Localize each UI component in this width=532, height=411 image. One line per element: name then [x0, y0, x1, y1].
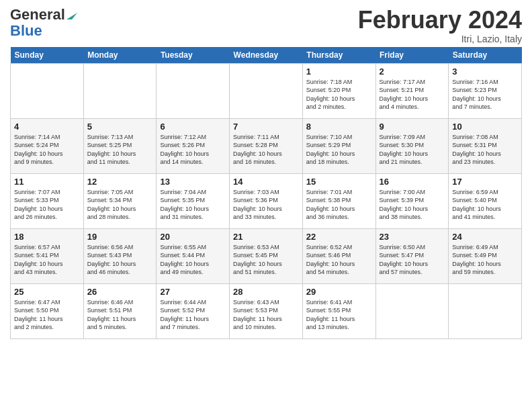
day-info: Sunrise: 7:05 AM Sunset: 5:34 PM Dayligh…	[87, 188, 153, 222]
day-info: Sunrise: 6:50 AM Sunset: 5:47 PM Dayligh…	[380, 243, 445, 277]
day-info: Sunrise: 6:56 AM Sunset: 5:43 PM Dayligh…	[87, 243, 153, 277]
day-number: 19	[87, 232, 153, 242]
day-info: Sunrise: 7:17 AM Sunset: 5:21 PM Dayligh…	[380, 78, 445, 111]
day-info: Sunrise: 6:53 AM Sunset: 5:45 PM Dayligh…	[233, 243, 299, 277]
day-info: Sunrise: 6:41 AM Sunset: 5:55 PM Dayligh…	[306, 298, 372, 332]
day-number: 9	[380, 122, 445, 132]
table-row: 15Sunrise: 7:01 AM Sunset: 5:38 PM Dayli…	[302, 173, 375, 228]
logo-bird-icon	[66, 7, 77, 19]
day-info: Sunrise: 7:11 AM Sunset: 5:28 PM Dayligh…	[233, 133, 299, 167]
table-row: 7Sunrise: 7:11 AM Sunset: 5:28 PM Daylig…	[230, 118, 303, 173]
day-number: 13	[160, 177, 226, 187]
table-row: 22Sunrise: 6:52 AM Sunset: 5:46 PM Dayli…	[302, 228, 375, 283]
day-info: Sunrise: 7:00 AM Sunset: 5:39 PM Dayligh…	[380, 188, 445, 222]
table-row: 1Sunrise: 7:18 AM Sunset: 5:20 PM Daylig…	[302, 63, 375, 118]
col-friday: Friday	[375, 47, 449, 64]
day-number: 23	[380, 232, 445, 242]
col-tuesday: Tuesday	[157, 47, 230, 64]
col-sunday: Sunday	[11, 47, 84, 64]
table-row: 8Sunrise: 7:10 AM Sunset: 5:29 PM Daylig…	[302, 118, 375, 173]
day-number: 18	[14, 232, 80, 242]
calendar-week-row: 1Sunrise: 7:18 AM Sunset: 5:20 PM Daylig…	[11, 63, 522, 118]
title-block: February 2024 Itri, Lazio, Italy	[358, 7, 522, 44]
table-row: 26Sunrise: 6:46 AM Sunset: 5:51 PM Dayli…	[83, 283, 157, 338]
day-info: Sunrise: 6:47 AM Sunset: 5:50 PM Dayligh…	[14, 298, 80, 332]
calendar-week-row: 11Sunrise: 7:07 AM Sunset: 5:33 PM Dayli…	[11, 173, 522, 228]
table-row: 20Sunrise: 6:55 AM Sunset: 5:44 PM Dayli…	[157, 228, 230, 283]
table-row: 17Sunrise: 6:59 AM Sunset: 5:40 PM Dayli…	[449, 173, 522, 228]
day-number: 26	[87, 287, 153, 297]
svg-marker-0	[66, 13, 77, 19]
day-number: 1	[306, 66, 372, 77]
col-saturday: Saturday	[449, 47, 522, 64]
day-number: 20	[160, 232, 226, 242]
day-number: 22	[306, 232, 372, 242]
table-row: 6Sunrise: 7:12 AM Sunset: 5:26 PM Daylig…	[157, 118, 230, 173]
col-thursday: Thursday	[302, 47, 375, 64]
col-wednesday: Wednesday	[230, 47, 303, 64]
table-row: 23Sunrise: 6:50 AM Sunset: 5:47 PM Dayli…	[375, 228, 449, 283]
table-row: 24Sunrise: 6:49 AM Sunset: 5:49 PM Dayli…	[449, 228, 522, 283]
col-monday: Monday	[83, 47, 157, 64]
day-number: 8	[306, 122, 372, 132]
day-info: Sunrise: 7:10 AM Sunset: 5:29 PM Dayligh…	[306, 133, 372, 167]
day-number: 27	[160, 287, 226, 297]
table-row	[449, 283, 522, 338]
table-row: 16Sunrise: 7:00 AM Sunset: 5:39 PM Dayli…	[375, 173, 449, 228]
table-row: 11Sunrise: 7:07 AM Sunset: 5:33 PM Dayli…	[11, 173, 84, 228]
day-number: 21	[233, 232, 299, 242]
day-info: Sunrise: 7:04 AM Sunset: 5:35 PM Dayligh…	[160, 188, 226, 222]
day-number: 25	[14, 287, 80, 297]
day-info: Sunrise: 7:13 AM Sunset: 5:25 PM Dayligh…	[87, 133, 153, 167]
day-number: 4	[14, 122, 80, 132]
calendar-table: Sunday Monday Tuesday Wednesday Thursday…	[10, 47, 522, 339]
day-info: Sunrise: 7:09 AM Sunset: 5:30 PM Dayligh…	[380, 133, 445, 167]
page-container: General Blue February 2024 Itri, Lazio, …	[0, 0, 532, 342]
table-row	[83, 63, 157, 118]
month-title: February 2024	[358, 7, 522, 34]
table-row: 14Sunrise: 7:03 AM Sunset: 5:36 PM Dayli…	[230, 173, 303, 228]
table-row: 27Sunrise: 6:44 AM Sunset: 5:52 PM Dayli…	[157, 283, 230, 338]
calendar-header-row: Sunday Monday Tuesday Wednesday Thursday…	[11, 47, 522, 64]
table-row: 18Sunrise: 6:57 AM Sunset: 5:41 PM Dayli…	[11, 228, 84, 283]
table-row: 29Sunrise: 6:41 AM Sunset: 5:55 PM Dayli…	[302, 283, 375, 338]
day-number: 12	[87, 177, 153, 187]
day-number: 17	[452, 177, 518, 187]
calendar-week-row: 18Sunrise: 6:57 AM Sunset: 5:41 PM Dayli…	[11, 228, 522, 283]
day-number: 16	[380, 177, 445, 187]
table-row	[230, 63, 303, 118]
day-info: Sunrise: 7:03 AM Sunset: 5:36 PM Dayligh…	[233, 188, 299, 222]
logo: General Blue	[10, 7, 77, 39]
day-info: Sunrise: 6:57 AM Sunset: 5:41 PM Dayligh…	[14, 243, 80, 277]
day-number: 14	[233, 177, 299, 187]
day-number: 11	[14, 177, 80, 187]
table-row: 12Sunrise: 7:05 AM Sunset: 5:34 PM Dayli…	[83, 173, 157, 228]
table-row: 21Sunrise: 6:53 AM Sunset: 5:45 PM Dayli…	[230, 228, 303, 283]
location: Itri, Lazio, Italy	[358, 34, 522, 44]
calendar-week-row: 25Sunrise: 6:47 AM Sunset: 5:50 PM Dayli…	[11, 283, 522, 338]
table-row	[11, 63, 84, 118]
logo-text-general: General	[10, 7, 65, 23]
table-row: 28Sunrise: 6:43 AM Sunset: 5:53 PM Dayli…	[230, 283, 303, 338]
table-row: 2Sunrise: 7:17 AM Sunset: 5:21 PM Daylig…	[375, 63, 449, 118]
day-number: 2	[380, 66, 445, 77]
table-row	[157, 63, 230, 118]
day-number: 28	[233, 287, 299, 297]
day-info: Sunrise: 6:52 AM Sunset: 5:46 PM Dayligh…	[306, 243, 372, 277]
day-info: Sunrise: 6:59 AM Sunset: 5:40 PM Dayligh…	[452, 188, 518, 222]
day-number: 6	[160, 122, 226, 132]
day-info: Sunrise: 6:55 AM Sunset: 5:44 PM Dayligh…	[160, 243, 226, 277]
day-info: Sunrise: 6:49 AM Sunset: 5:49 PM Dayligh…	[452, 243, 518, 277]
table-row: 25Sunrise: 6:47 AM Sunset: 5:50 PM Dayli…	[11, 283, 84, 338]
day-info: Sunrise: 7:16 AM Sunset: 5:23 PM Dayligh…	[452, 78, 518, 111]
calendar-week-row: 4Sunrise: 7:14 AM Sunset: 5:24 PM Daylig…	[11, 118, 522, 173]
day-number: 24	[452, 232, 518, 242]
table-row: 13Sunrise: 7:04 AM Sunset: 5:35 PM Dayli…	[157, 173, 230, 228]
day-info: Sunrise: 6:46 AM Sunset: 5:51 PM Dayligh…	[87, 298, 153, 332]
table-row: 10Sunrise: 7:08 AM Sunset: 5:31 PM Dayli…	[449, 118, 522, 173]
day-number: 7	[233, 122, 299, 132]
day-number: 15	[306, 177, 372, 187]
table-row: 19Sunrise: 6:56 AM Sunset: 5:43 PM Dayli…	[83, 228, 157, 283]
table-row: 4Sunrise: 7:14 AM Sunset: 5:24 PM Daylig…	[11, 118, 84, 173]
day-info: Sunrise: 7:14 AM Sunset: 5:24 PM Dayligh…	[14, 133, 80, 167]
